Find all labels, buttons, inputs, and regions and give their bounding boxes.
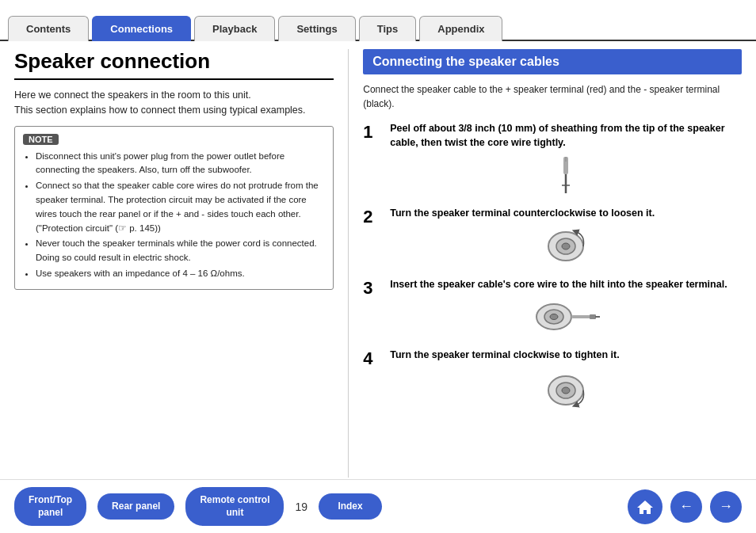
page-title: Speaker connection xyxy=(14,49,334,80)
svg-marker-16 xyxy=(637,501,653,514)
note-item: Use speakers with an impedance of 4 – 16… xyxy=(36,267,325,281)
tab-appendix[interactable]: Appendix xyxy=(419,16,502,41)
intro-line2: This section explains how to connect the… xyxy=(14,105,306,116)
step-1-number: 1 xyxy=(363,122,384,143)
front-top-panel-button[interactable]: Front/Top panel xyxy=(14,487,86,526)
tab-tips[interactable]: Tips xyxy=(359,16,417,41)
step-3-number: 3 xyxy=(363,278,384,299)
prev-button[interactable]: ← xyxy=(670,491,702,523)
index-button[interactable]: Index xyxy=(319,493,382,520)
tab-connections[interactable]: Connections xyxy=(92,16,191,41)
note-label: NOTE xyxy=(23,134,59,145)
step-2: 2 Turn the speaker terminal counterclock… xyxy=(363,207,742,268)
remote-control-button[interactable]: Remote control unit xyxy=(185,487,284,526)
main-content: Speaker connection Here we connect the s… xyxy=(0,41,756,478)
step-3-content: Insert the speaker cable's core wire to … xyxy=(390,278,742,340)
step-4-image xyxy=(390,367,742,409)
rear-panel-button[interactable]: Rear panel xyxy=(97,493,174,520)
step-2-text: Turn the speaker terminal counterclockwi… xyxy=(390,207,742,221)
svg-point-15 xyxy=(562,387,570,394)
step-3: 3 Insert the speaker cable's core wire t… xyxy=(363,278,742,340)
top-navigation: Contents Connections Playback Settings T… xyxy=(0,0,756,41)
next-button[interactable]: → xyxy=(710,491,742,523)
bottom-right-controls: ← → xyxy=(628,489,742,524)
step-1: 1 Peel off about 3/8 inch (10 mm) of she… xyxy=(363,122,742,197)
intro-text: Here we connect the speakers in the room… xyxy=(14,88,334,118)
svg-point-6 xyxy=(562,243,570,249)
tab-contents[interactable]: Contents xyxy=(8,16,89,41)
note-list: Disconnect this unit's power plug from t… xyxy=(23,150,325,281)
svg-rect-11 xyxy=(590,314,596,319)
right-panel: Connecting the speaker cables Connect th… xyxy=(349,49,742,478)
page-number: 19 xyxy=(295,501,307,513)
step-4: 4 Turn the speaker terminal clockwise to… xyxy=(363,348,742,410)
left-panel: Speaker connection Here we connect the s… xyxy=(14,49,349,478)
tab-playback[interactable]: Playback xyxy=(194,16,275,41)
note-item: Disconnect this unit's power plug from t… xyxy=(36,150,325,178)
tab-settings[interactable]: Settings xyxy=(278,16,355,41)
section-intro: Connect the speaker cable to the + speak… xyxy=(363,82,742,111)
step-2-image xyxy=(390,226,742,267)
step-2-content: Turn the speaker terminal counterclockwi… xyxy=(390,207,742,268)
step-3-image xyxy=(390,296,742,337)
step-1-content: Peel off about 3/8 inch (10 mm) of sheat… xyxy=(390,122,742,197)
step-4-text: Turn the speaker terminal clockwise to t… xyxy=(390,348,742,363)
step-3-text: Insert the speaker cable's core wire to … xyxy=(390,278,742,292)
home-button[interactable] xyxy=(628,489,662,524)
step-2-number: 2 xyxy=(363,207,384,227)
step-1-text: Peel off about 3/8 inch (10 mm) of sheat… xyxy=(390,122,742,150)
note-box: NOTE Disconnect this unit's power plug f… xyxy=(14,126,334,290)
intro-line1: Here we connect the speakers in the room… xyxy=(14,89,251,101)
note-item: Never touch the speaker terminals while … xyxy=(36,237,325,265)
step-1-image xyxy=(390,154,742,196)
step-4-number: 4 xyxy=(363,348,384,369)
section-header: Connecting the speaker cables xyxy=(363,49,742,74)
bottom-navigation: Front/Top panel Rear panel Remote contro… xyxy=(0,479,756,533)
note-item: Connect so that the speaker cable core w… xyxy=(36,179,325,235)
svg-point-9 xyxy=(550,314,558,320)
step-4-content: Turn the speaker terminal clockwise to t… xyxy=(390,348,742,410)
